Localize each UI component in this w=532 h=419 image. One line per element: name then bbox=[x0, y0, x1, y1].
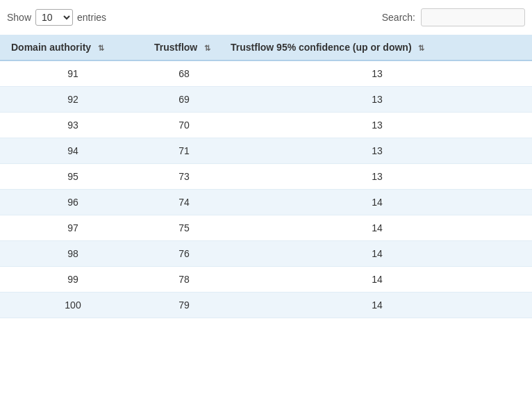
cell-trustflow: 75 bbox=[146, 215, 222, 241]
col-header-trustflow-conf-label: Trustflow 95% confidence (up or down) bbox=[231, 42, 412, 53]
search-label: Search: bbox=[382, 12, 415, 23]
table-row: 997814 bbox=[0, 267, 532, 293]
cell-trustflow: 69 bbox=[146, 87, 222, 113]
cell-trustflow: 70 bbox=[146, 113, 222, 138]
cell-trustflow-conf: 13 bbox=[222, 87, 532, 113]
cell-trustflow-conf: 13 bbox=[222, 164, 532, 190]
table-body: 9168139269139370139471139573139674149775… bbox=[0, 60, 532, 318]
entries-select[interactable]: 102550100 bbox=[35, 9, 73, 26]
cell-trustflow-conf: 13 bbox=[222, 60, 532, 87]
cell-domain-authority: 100 bbox=[0, 293, 146, 318]
search-input[interactable] bbox=[421, 8, 525, 26]
table-row: 926913 bbox=[0, 87, 532, 113]
table-row: 916813 bbox=[0, 60, 532, 87]
table-row: 987614 bbox=[0, 241, 532, 267]
sort-icon-trustflow: ⇅ bbox=[204, 44, 210, 53]
cell-domain-authority: 94 bbox=[0, 138, 146, 164]
cell-trustflow: 68 bbox=[146, 60, 222, 87]
sort-icon-domain-authority: ⇅ bbox=[98, 44, 104, 53]
show-entries-control: Show 102550100 entries bbox=[7, 9, 106, 26]
cell-domain-authority: 96 bbox=[0, 190, 146, 215]
table-header: Domain authority ⇅ Trustflow ⇅ Trustflow… bbox=[0, 35, 532, 60]
cell-trustflow-conf: 14 bbox=[222, 267, 532, 293]
cell-trustflow-conf: 13 bbox=[222, 138, 532, 164]
cell-trustflow-conf: 14 bbox=[222, 215, 532, 241]
cell-domain-authority: 97 bbox=[0, 215, 146, 241]
table-row: 957313 bbox=[0, 164, 532, 190]
cell-trustflow: 78 bbox=[146, 267, 222, 293]
cell-domain-authority: 95 bbox=[0, 164, 146, 190]
col-header-domain-authority-label: Domain authority bbox=[11, 42, 91, 53]
entries-label: entries bbox=[77, 12, 106, 23]
col-header-trustflow-conf[interactable]: Trustflow 95% confidence (up or down) ⇅ bbox=[222, 35, 532, 60]
header-row: Domain authority ⇅ Trustflow ⇅ Trustflow… bbox=[0, 35, 532, 60]
cell-trustflow: 71 bbox=[146, 138, 222, 164]
col-header-domain-authority[interactable]: Domain authority ⇅ bbox=[0, 35, 146, 60]
data-table: Domain authority ⇅ Trustflow ⇅ Trustflow… bbox=[0, 35, 532, 318]
sort-icon-trustflow-conf: ⇅ bbox=[418, 44, 424, 53]
cell-domain-authority: 92 bbox=[0, 87, 146, 113]
cell-domain-authority: 93 bbox=[0, 113, 146, 138]
top-controls: Show 102550100 entries Search: bbox=[0, 0, 532, 35]
cell-trustflow: 79 bbox=[146, 293, 222, 318]
cell-trustflow: 74 bbox=[146, 190, 222, 215]
cell-trustflow: 76 bbox=[146, 241, 222, 267]
col-header-trustflow[interactable]: Trustflow ⇅ bbox=[146, 35, 222, 60]
cell-trustflow-conf: 14 bbox=[222, 190, 532, 215]
table-row: 967414 bbox=[0, 190, 532, 215]
cell-trustflow-conf: 14 bbox=[222, 241, 532, 267]
cell-domain-authority: 99 bbox=[0, 267, 146, 293]
col-header-trustflow-label: Trustflow bbox=[154, 42, 197, 53]
cell-domain-authority: 98 bbox=[0, 241, 146, 267]
cell-trustflow: 73 bbox=[146, 164, 222, 190]
show-label: Show bbox=[7, 12, 31, 23]
cell-domain-authority: 91 bbox=[0, 60, 146, 87]
search-area: Search: bbox=[382, 8, 525, 26]
table-row: 937013 bbox=[0, 113, 532, 138]
table-row: 977514 bbox=[0, 215, 532, 241]
table-row: 947113 bbox=[0, 138, 532, 164]
cell-trustflow-conf: 13 bbox=[222, 113, 532, 138]
cell-trustflow-conf: 14 bbox=[222, 293, 532, 318]
table-row: 1007914 bbox=[0, 293, 532, 318]
